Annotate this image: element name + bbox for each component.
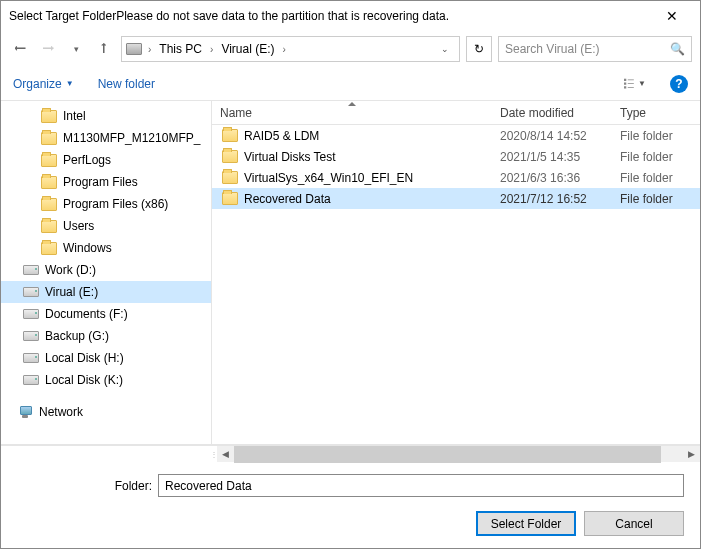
search-icon: 🔍	[670, 42, 685, 56]
drive-icon	[23, 375, 39, 385]
search-input[interactable]: Search Virual (E:) 🔍	[498, 36, 692, 62]
tree-item-progfiles[interactable]: Program Files	[1, 171, 211, 193]
tree-item-localh[interactable]: Local Disk (H:)	[1, 347, 211, 369]
breadcrumb-virual[interactable]: Virual (E:)	[217, 40, 278, 58]
help-button[interactable]: ?	[670, 75, 688, 93]
chevron-right-icon[interactable]: ›	[146, 44, 153, 55]
back-button[interactable]: 🠔	[9, 38, 31, 60]
new-folder-button[interactable]: New folder	[98, 77, 155, 91]
folder-tree[interactable]: Intel M1130MFP_M1210MFP_ PerfLogs Progra…	[1, 101, 211, 444]
drive-icon	[23, 353, 39, 363]
breadcrumb-thispc[interactable]: This PC	[155, 40, 206, 58]
scrollbar-thumb[interactable]	[234, 446, 661, 463]
toolbar: Organize▼ New folder ▼ ?	[1, 67, 700, 101]
forward-button[interactable]: 🠖	[37, 38, 59, 60]
table-row[interactable]: RAID5 & LDM2020/8/14 14:52File folder	[212, 125, 700, 146]
row-name-text: RAID5 & LDM	[244, 129, 319, 143]
network-icon	[17, 405, 33, 419]
svg-rect-2	[624, 86, 626, 88]
folder-icon	[41, 154, 57, 167]
table-row[interactable]: Virtual Disks Test2021/1/5 14:35File fol…	[212, 146, 700, 167]
address-dropdown-icon[interactable]: ⌄	[441, 44, 455, 54]
column-name[interactable]: Name	[212, 106, 492, 120]
drive-icon	[23, 287, 39, 297]
folder-icon	[222, 171, 238, 184]
tree-item-backupg[interactable]: Backup (G:)	[1, 325, 211, 347]
folder-icon	[41, 132, 57, 145]
drive-icon	[23, 309, 39, 319]
column-date[interactable]: Date modified	[492, 106, 612, 120]
svg-rect-1	[624, 82, 626, 84]
content-area: Intel M1130MFP_M1210MFP_ PerfLogs Progra…	[1, 101, 700, 445]
folder-icon	[222, 129, 238, 142]
tree-item-m1130[interactable]: M1130MFP_M1210MFP_	[1, 127, 211, 149]
table-row[interactable]: VirtualSys_x64_Win10_EFI_EN2021/6/3 16:3…	[212, 167, 700, 188]
tree-item-viruale[interactable]: Virual (E:)	[1, 281, 211, 303]
file-list: Name Date modified Type RAID5 & LDM2020/…	[212, 101, 700, 444]
tree-item-localk[interactable]: Local Disk (K:)	[1, 369, 211, 391]
tree-item-network[interactable]: Network	[1, 401, 211, 423]
scroll-right-button[interactable]: ▶	[683, 446, 700, 463]
tree-item-users[interactable]: Users	[1, 215, 211, 237]
row-name-text: Virtual Disks Test	[244, 150, 336, 164]
close-button[interactable]: ✕	[652, 1, 692, 31]
horizontal-scrollbar[interactable]: ◀ ▶	[217, 446, 700, 462]
folder-icon	[41, 242, 57, 255]
folder-icon	[41, 110, 57, 123]
up-button[interactable]: 🠕	[93, 38, 115, 60]
select-folder-button[interactable]: Select Folder	[476, 511, 576, 536]
column-type[interactable]: Type	[612, 106, 700, 120]
folder-icon	[222, 150, 238, 163]
splitter[interactable]	[211, 101, 212, 444]
window-title: Select Target FolderPlease do not save d…	[9, 9, 652, 23]
folder-name-input[interactable]	[158, 474, 684, 497]
list-header: Name Date modified Type	[212, 101, 700, 125]
pc-icon	[126, 43, 142, 55]
tree-item-perflogs[interactable]: PerfLogs	[1, 149, 211, 171]
chevron-right-icon[interactable]: ›	[208, 44, 215, 55]
nav-bar: 🠔 🠖 ▾ 🠕 › This PC › Virual (E:) › ⌄ ↻ Se…	[1, 31, 700, 67]
scroll-left-button[interactable]: ◀	[217, 446, 234, 463]
folder-icon	[41, 220, 57, 233]
folder-icon	[41, 176, 57, 189]
row-type-text: File folder	[612, 192, 700, 206]
address-bar[interactable]: › This PC › Virual (E:) › ⌄	[121, 36, 460, 62]
tree-item-workd[interactable]: Work (D:)	[1, 259, 211, 281]
folder-label: Folder:	[112, 479, 152, 493]
svg-rect-4	[628, 83, 634, 84]
organize-button[interactable]: Organize▼	[13, 77, 74, 91]
row-name-text: Recovered Data	[244, 192, 331, 206]
view-options-button[interactable]: ▼	[624, 73, 646, 95]
list-rows[interactable]: RAID5 & LDM2020/8/14 14:52File folderVir…	[212, 125, 700, 444]
drive-icon	[23, 265, 39, 275]
titlebar: Select Target FolderPlease do not save d…	[1, 1, 700, 31]
row-name-text: VirtualSys_x64_Win10_EFI_EN	[244, 171, 413, 185]
tree-item-windows[interactable]: Windows	[1, 237, 211, 259]
refresh-button[interactable]: ↻	[466, 36, 492, 62]
tree-item-documentsf[interactable]: Documents (F:)	[1, 303, 211, 325]
search-placeholder: Search Virual (E:)	[505, 42, 670, 56]
tree-item-intel[interactable]: Intel	[1, 105, 211, 127]
bottom-panel: Folder: Select Folder Cancel	[1, 462, 700, 548]
row-type-text: File folder	[612, 150, 700, 164]
row-type-text: File folder	[612, 171, 700, 185]
tree-item-progfilesx86[interactable]: Program Files (x86)	[1, 193, 211, 215]
row-date-text: 2020/8/14 14:52	[492, 129, 612, 143]
folder-icon	[222, 192, 238, 205]
row-date-text: 2021/7/12 16:52	[492, 192, 612, 206]
row-date-text: 2021/1/5 14:35	[492, 150, 612, 164]
table-row[interactable]: Recovered Data2021/7/12 16:52File folder	[212, 188, 700, 209]
folder-icon	[41, 198, 57, 211]
svg-rect-3	[628, 79, 634, 80]
row-type-text: File folder	[612, 129, 700, 143]
drive-icon	[23, 331, 39, 341]
cancel-button[interactable]: Cancel	[584, 511, 684, 536]
svg-rect-5	[628, 87, 634, 88]
row-date-text: 2021/6/3 16:36	[492, 171, 612, 185]
recent-dropdown[interactable]: ▾	[65, 38, 87, 60]
svg-rect-0	[624, 78, 626, 80]
hscroll-area: ⋮ ◀ ▶	[1, 445, 700, 462]
chevron-right-icon[interactable]: ›	[281, 44, 288, 55]
